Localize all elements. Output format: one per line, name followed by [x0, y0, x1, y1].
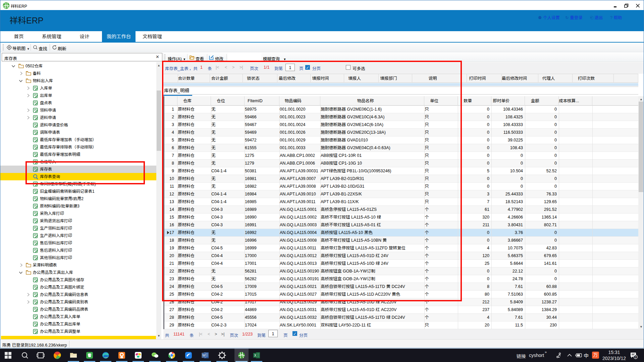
svg-text:W: W	[202, 354, 206, 357]
svg-text:X: X	[254, 354, 257, 357]
svg-text:7: 7	[635, 356, 636, 359]
